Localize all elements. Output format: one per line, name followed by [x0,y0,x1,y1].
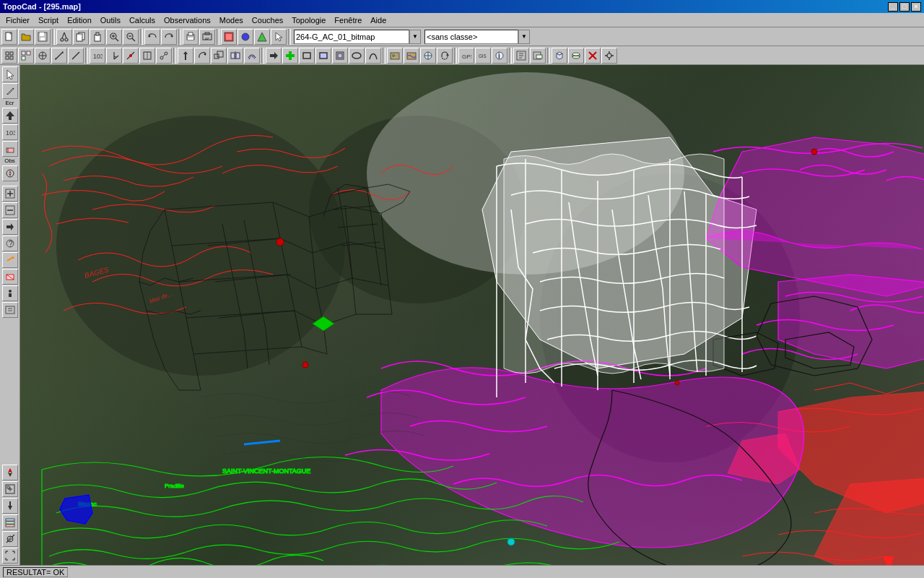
menu-edition[interactable]: Edition [63,14,96,26]
lt-identify[interactable] [2,252,18,268]
left-toolbar: Ecr 103 Obs ? [0,65,20,565]
sep-t2-3 [261,48,264,64]
menu-aide[interactable]: Aide [366,14,391,26]
new-button[interactable] [1,29,17,45]
tool-3d2[interactable] [568,48,584,64]
paste-button[interactable] [90,29,105,45]
lt-select[interactable] [2,66,18,82]
lt-pan-right[interactable] [2,219,18,235]
menu-modes[interactable]: Modes [215,14,248,26]
svg-marker-105 [9,171,11,173]
tool-pts[interactable]: 103 [90,48,105,64]
lt-north-up[interactable] [2,465,18,480]
menu-topologie[interactable]: Topologie [287,14,330,26]
tool-refresh[interactable] [437,48,453,64]
svg-rect-4 [40,38,45,40]
tool-point-add[interactable] [282,48,298,64]
tool-move[interactable] [178,48,193,64]
tool-geo1[interactable]: GPS [458,48,474,64]
menu-couches[interactable]: Couches [248,14,287,26]
svg-point-54 [165,52,167,55]
class-dropdown-arrow[interactable]: ▼ [518,30,530,44]
tool-map3[interactable] [420,48,436,64]
tool-delete[interactable] [585,48,601,64]
tool-grid[interactable] [18,48,34,64]
tool-split[interactable] [139,48,155,64]
tool-settings[interactable] [601,48,617,64]
select-button[interactable] [271,29,287,45]
color1-button[interactable] [221,29,237,45]
tool-map2[interactable] [404,48,419,64]
map-area[interactable]: BAGES Mas de... [20,65,924,565]
tool-snap[interactable] [1,48,17,64]
cut-button[interactable] [56,29,72,45]
tool-info[interactable]: i [492,48,507,64]
lt-zoom-minus[interactable] [2,202,18,218]
lt-info2[interactable] [2,285,18,301]
color2-button[interactable] [237,29,253,45]
tool-poly-filled[interactable] [315,48,331,64]
lt-erase2[interactable] [2,269,18,285]
tool-cursor[interactable] [35,48,51,64]
menu-script[interactable]: Script [34,14,63,26]
lt-pen[interactable] [2,83,18,99]
svg-rect-10 [77,34,82,41]
tool-rectangle[interactable] [299,48,315,64]
undo-button[interactable] [144,29,160,45]
close-button[interactable]: × [911,2,921,12]
layer-dropdown[interactable] [294,30,409,44]
tool-measure[interactable] [51,48,67,64]
class-dropdown[interactable] [424,30,518,44]
menu-outils[interactable]: Outils [96,14,125,26]
lt-compass[interactable] [2,165,18,181]
tool-bezier[interactable] [365,48,381,64]
lt-zoom-sel[interactable] [2,531,18,547]
menu-calculs[interactable]: Calculs [125,14,160,26]
title-bar-buttons[interactable]: _ □ × [888,2,921,12]
tool-scale[interactable] [211,48,227,64]
layer-dropdown-arrow[interactable]: ▼ [409,30,421,44]
tool-arrow-right[interactable] [266,48,282,64]
lt-num[interactable]: 103 [2,124,18,140]
redo-button[interactable] [161,29,177,45]
lt-eraser[interactable] [2,141,18,157]
menu-fichier[interactable]: Fichier [1,14,34,26]
copy-button[interactable] [73,29,89,45]
print2-button[interactable] [199,29,215,45]
color3-button[interactable] [254,29,270,45]
tool-rotate[interactable] [194,48,210,64]
lt-attr[interactable] [2,302,18,318]
tool-circle[interactable] [332,48,348,64]
tool-attrib2[interactable] [530,48,546,64]
svg-rect-60 [231,53,235,59]
tool-node[interactable] [156,48,172,64]
lt-zoom-extent[interactable] [2,481,18,497]
zoom-in-button[interactable] [106,29,122,45]
tool-ellipse[interactable] [349,48,365,64]
save-button[interactable] [35,29,51,45]
minimize-button[interactable]: _ [888,2,898,12]
lt-help[interactable]: ? [2,236,18,251]
tool-attrib1[interactable] [513,48,529,64]
zoom-out-button[interactable] [123,29,139,45]
tool-3d1[interactable] [552,48,567,64]
tool-geo2[interactable]: GIS [475,48,491,64]
tool-join[interactable] [123,48,139,64]
tool-angle[interactable] [106,48,122,64]
print-button[interactable] [183,29,199,45]
lt-layers-panel[interactable] [2,514,18,530]
lt-arrow[interactable] [2,108,18,124]
menu-observations[interactable]: Observations [160,14,215,26]
lt-zoom-plus[interactable] [2,186,18,202]
open-button[interactable] [18,29,34,45]
tool-mirror[interactable] [227,48,243,64]
lt-zoom-all[interactable] [2,548,18,564]
svg-rect-131 [6,519,14,521]
svg-rect-132 [6,522,14,524]
tool-map1[interactable] [387,48,403,64]
tool-offset[interactable] [244,48,260,64]
menu-fenetre[interactable]: Fenêtre [330,14,366,26]
tool-line[interactable] [68,48,84,64]
maximize-button[interactable]: □ [899,2,910,12]
lt-zoom-down[interactable] [2,498,18,514]
